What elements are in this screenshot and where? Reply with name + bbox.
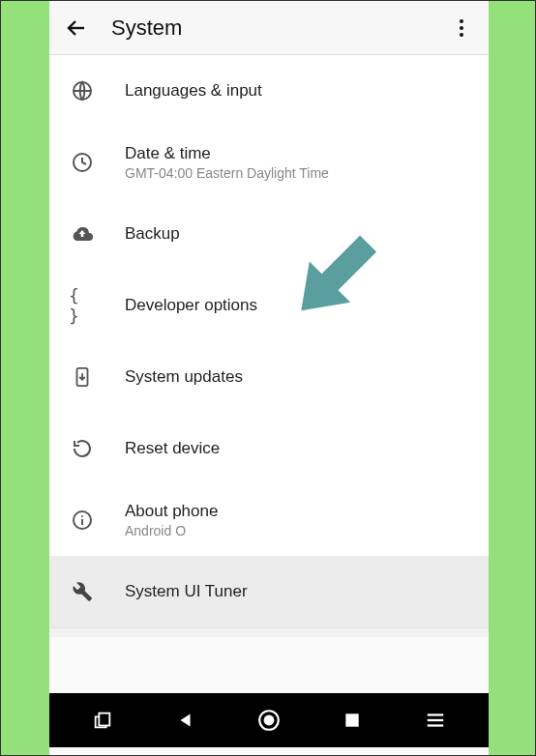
clock-icon [69, 149, 96, 176]
list-item-sublabel: Android O [125, 523, 473, 538]
svg-point-3 [460, 33, 463, 37]
list-item-system-ui-tuner[interactable]: System UI Tuner [49, 556, 489, 627]
circle-home-icon [256, 708, 282, 733]
svg-rect-12 [99, 713, 109, 726]
list-footer-gap [49, 627, 489, 637]
nav-overview-button[interactable] [329, 697, 375, 743]
list-item-label: System UI Tuner [125, 582, 473, 601]
backup-icon [69, 220, 96, 247]
nav-menu-button[interactable] [412, 697, 459, 743]
app-bar: System [49, 1, 489, 55]
list-item-date-time[interactable]: Date & time GMT-04:00 Eastern Daylight T… [49, 127, 489, 198]
wrench-icon [69, 578, 96, 605]
list-item-developer-options[interactable]: { } Developer options [49, 270, 489, 341]
svg-point-11 [81, 515, 83, 517]
list-item-label: Languages & input [125, 81, 473, 101]
settings-list: Languages & input Date & time GMT-04:00 … [49, 55, 489, 637]
reset-icon [69, 435, 96, 462]
list-item-backup[interactable]: Backup [49, 198, 489, 270]
svg-point-2 [460, 26, 463, 30]
nav-home-button[interactable] [246, 697, 292, 743]
nav-back-button[interactable] [163, 697, 209, 743]
svg-rect-15 [345, 713, 358, 726]
info-icon [69, 507, 96, 534]
svg-point-14 [264, 715, 275, 726]
list-item-about-phone[interactable]: About phone Android O [49, 484, 489, 556]
navigation-bar [49, 693, 489, 747]
hamburger-icon [425, 710, 446, 731]
list-item-system-updates[interactable]: System updates [49, 341, 489, 413]
settings-screen: System Languages & input [49, 1, 489, 756]
page-title: System [111, 15, 442, 41]
globe-icon [69, 77, 96, 104]
copy-icon [92, 710, 113, 731]
nav-recent-apps-alt[interactable] [79, 697, 126, 743]
list-item-label: Reset device [125, 439, 473, 458]
back-button[interactable] [57, 9, 96, 47]
square-overview-icon [342, 711, 362, 730]
list-item-label: Backup [125, 224, 473, 244]
list-item-label: Developer options [125, 296, 473, 315]
list-item-label: Date & time [125, 144, 473, 163]
list-item-sublabel: GMT-04:00 Eastern Daylight Time [125, 165, 473, 181]
list-item-label: About phone [125, 502, 473, 521]
update-icon [69, 363, 96, 391]
list-item-label: System updates [125, 367, 473, 387]
braces-icon: { } [69, 292, 96, 319]
list-item-reset-device[interactable]: Reset device [49, 413, 489, 484]
list-item-languages[interactable]: Languages & input [49, 55, 489, 127]
triangle-back-icon [175, 710, 196, 731]
more-vert-icon [450, 16, 473, 40]
overflow-menu-button[interactable] [442, 9, 481, 47]
svg-point-1 [460, 19, 463, 23]
arrow-back-icon [65, 16, 88, 40]
